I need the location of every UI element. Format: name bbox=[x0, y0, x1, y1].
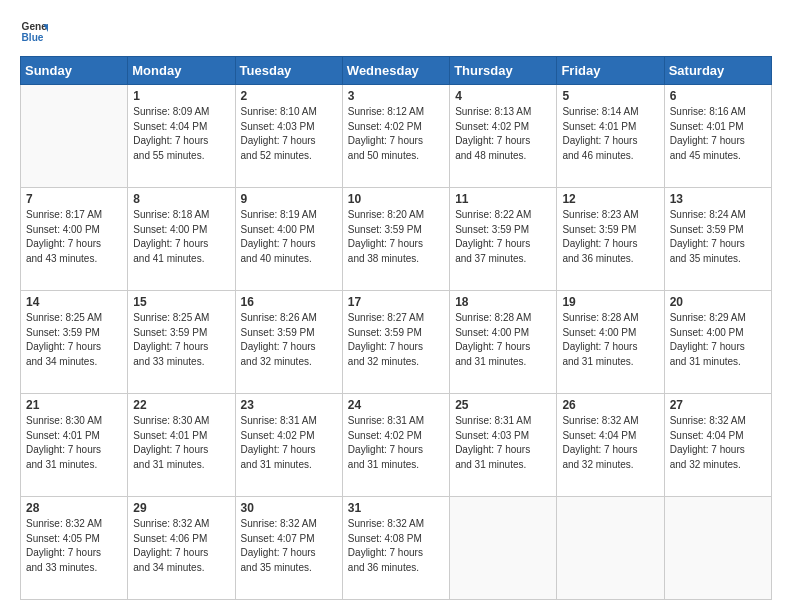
calendar-cell: 30Sunrise: 8:32 AM Sunset: 4:07 PM Dayli… bbox=[235, 497, 342, 600]
calendar-cell: 12Sunrise: 8:23 AM Sunset: 3:59 PM Dayli… bbox=[557, 188, 664, 291]
day-info: Sunrise: 8:32 AM Sunset: 4:06 PM Dayligh… bbox=[133, 517, 229, 575]
calendar-cell: 25Sunrise: 8:31 AM Sunset: 4:03 PM Dayli… bbox=[450, 394, 557, 497]
calendar-cell bbox=[557, 497, 664, 600]
calendar-cell: 4Sunrise: 8:13 AM Sunset: 4:02 PM Daylig… bbox=[450, 85, 557, 188]
calendar-cell: 20Sunrise: 8:29 AM Sunset: 4:00 PM Dayli… bbox=[664, 291, 771, 394]
day-info: Sunrise: 8:09 AM Sunset: 4:04 PM Dayligh… bbox=[133, 105, 229, 163]
day-number: 30 bbox=[241, 501, 337, 515]
calendar-cell: 11Sunrise: 8:22 AM Sunset: 3:59 PM Dayli… bbox=[450, 188, 557, 291]
day-info: Sunrise: 8:27 AM Sunset: 3:59 PM Dayligh… bbox=[348, 311, 444, 369]
day-of-week-header: Thursday bbox=[450, 57, 557, 85]
day-info: Sunrise: 8:31 AM Sunset: 4:03 PM Dayligh… bbox=[455, 414, 551, 472]
calendar-cell: 18Sunrise: 8:28 AM Sunset: 4:00 PM Dayli… bbox=[450, 291, 557, 394]
day-info: Sunrise: 8:18 AM Sunset: 4:00 PM Dayligh… bbox=[133, 208, 229, 266]
day-info: Sunrise: 8:26 AM Sunset: 3:59 PM Dayligh… bbox=[241, 311, 337, 369]
day-of-week-header: Friday bbox=[557, 57, 664, 85]
day-number: 26 bbox=[562, 398, 658, 412]
day-number: 29 bbox=[133, 501, 229, 515]
day-number: 14 bbox=[26, 295, 122, 309]
day-info: Sunrise: 8:19 AM Sunset: 4:00 PM Dayligh… bbox=[241, 208, 337, 266]
day-number: 8 bbox=[133, 192, 229, 206]
calendar-cell: 16Sunrise: 8:26 AM Sunset: 3:59 PM Dayli… bbox=[235, 291, 342, 394]
day-info: Sunrise: 8:16 AM Sunset: 4:01 PM Dayligh… bbox=[670, 105, 766, 163]
calendar-cell: 6Sunrise: 8:16 AM Sunset: 4:01 PM Daylig… bbox=[664, 85, 771, 188]
calendar-cell: 10Sunrise: 8:20 AM Sunset: 3:59 PM Dayli… bbox=[342, 188, 449, 291]
day-number: 12 bbox=[562, 192, 658, 206]
page: General Blue SundayMondayTuesdayWednesda… bbox=[0, 0, 792, 612]
day-number: 28 bbox=[26, 501, 122, 515]
day-info: Sunrise: 8:32 AM Sunset: 4:05 PM Dayligh… bbox=[26, 517, 122, 575]
day-info: Sunrise: 8:28 AM Sunset: 4:00 PM Dayligh… bbox=[455, 311, 551, 369]
day-info: Sunrise: 8:32 AM Sunset: 4:08 PM Dayligh… bbox=[348, 517, 444, 575]
day-of-week-header: Monday bbox=[128, 57, 235, 85]
day-number: 6 bbox=[670, 89, 766, 103]
header: General Blue bbox=[20, 18, 772, 46]
day-number: 7 bbox=[26, 192, 122, 206]
calendar-week-row: 28Sunrise: 8:32 AM Sunset: 4:05 PM Dayli… bbox=[21, 497, 772, 600]
logo: General Blue bbox=[20, 18, 48, 46]
day-info: Sunrise: 8:30 AM Sunset: 4:01 PM Dayligh… bbox=[133, 414, 229, 472]
day-info: Sunrise: 8:22 AM Sunset: 3:59 PM Dayligh… bbox=[455, 208, 551, 266]
calendar-cell bbox=[664, 497, 771, 600]
day-info: Sunrise: 8:25 AM Sunset: 3:59 PM Dayligh… bbox=[133, 311, 229, 369]
calendar-week-row: 21Sunrise: 8:30 AM Sunset: 4:01 PM Dayli… bbox=[21, 394, 772, 497]
day-number: 23 bbox=[241, 398, 337, 412]
day-number: 19 bbox=[562, 295, 658, 309]
day-of-week-header: Tuesday bbox=[235, 57, 342, 85]
calendar-cell: 13Sunrise: 8:24 AM Sunset: 3:59 PM Dayli… bbox=[664, 188, 771, 291]
calendar-cell: 17Sunrise: 8:27 AM Sunset: 3:59 PM Dayli… bbox=[342, 291, 449, 394]
day-number: 15 bbox=[133, 295, 229, 309]
day-number: 11 bbox=[455, 192, 551, 206]
day-number: 18 bbox=[455, 295, 551, 309]
calendar-cell: 9Sunrise: 8:19 AM Sunset: 4:00 PM Daylig… bbox=[235, 188, 342, 291]
day-of-week-header: Sunday bbox=[21, 57, 128, 85]
day-info: Sunrise: 8:12 AM Sunset: 4:02 PM Dayligh… bbox=[348, 105, 444, 163]
day-number: 13 bbox=[670, 192, 766, 206]
svg-text:Blue: Blue bbox=[22, 32, 44, 43]
day-number: 25 bbox=[455, 398, 551, 412]
day-number: 31 bbox=[348, 501, 444, 515]
calendar-cell: 21Sunrise: 8:30 AM Sunset: 4:01 PM Dayli… bbox=[21, 394, 128, 497]
calendar-cell: 22Sunrise: 8:30 AM Sunset: 4:01 PM Dayli… bbox=[128, 394, 235, 497]
day-number: 22 bbox=[133, 398, 229, 412]
day-info: Sunrise: 8:14 AM Sunset: 4:01 PM Dayligh… bbox=[562, 105, 658, 163]
day-info: Sunrise: 8:32 AM Sunset: 4:04 PM Dayligh… bbox=[670, 414, 766, 472]
calendar-header-row: SundayMondayTuesdayWednesdayThursdayFrid… bbox=[21, 57, 772, 85]
day-info: Sunrise: 8:23 AM Sunset: 3:59 PM Dayligh… bbox=[562, 208, 658, 266]
calendar-cell: 24Sunrise: 8:31 AM Sunset: 4:02 PM Dayli… bbox=[342, 394, 449, 497]
calendar-cell: 23Sunrise: 8:31 AM Sunset: 4:02 PM Dayli… bbox=[235, 394, 342, 497]
calendar-cell: 31Sunrise: 8:32 AM Sunset: 4:08 PM Dayli… bbox=[342, 497, 449, 600]
day-of-week-header: Wednesday bbox=[342, 57, 449, 85]
day-number: 1 bbox=[133, 89, 229, 103]
calendar-cell: 2Sunrise: 8:10 AM Sunset: 4:03 PM Daylig… bbox=[235, 85, 342, 188]
day-number: 24 bbox=[348, 398, 444, 412]
calendar-cell: 14Sunrise: 8:25 AM Sunset: 3:59 PM Dayli… bbox=[21, 291, 128, 394]
day-number: 17 bbox=[348, 295, 444, 309]
day-number: 20 bbox=[670, 295, 766, 309]
day-info: Sunrise: 8:10 AM Sunset: 4:03 PM Dayligh… bbox=[241, 105, 337, 163]
calendar-cell: 27Sunrise: 8:32 AM Sunset: 4:04 PM Dayli… bbox=[664, 394, 771, 497]
calendar-cell bbox=[21, 85, 128, 188]
calendar-cell: 19Sunrise: 8:28 AM Sunset: 4:00 PM Dayli… bbox=[557, 291, 664, 394]
day-number: 5 bbox=[562, 89, 658, 103]
day-info: Sunrise: 8:28 AM Sunset: 4:00 PM Dayligh… bbox=[562, 311, 658, 369]
day-info: Sunrise: 8:13 AM Sunset: 4:02 PM Dayligh… bbox=[455, 105, 551, 163]
day-number: 9 bbox=[241, 192, 337, 206]
day-number: 16 bbox=[241, 295, 337, 309]
day-info: Sunrise: 8:17 AM Sunset: 4:00 PM Dayligh… bbox=[26, 208, 122, 266]
day-info: Sunrise: 8:24 AM Sunset: 3:59 PM Dayligh… bbox=[670, 208, 766, 266]
calendar-cell bbox=[450, 497, 557, 600]
day-number: 27 bbox=[670, 398, 766, 412]
day-info: Sunrise: 8:31 AM Sunset: 4:02 PM Dayligh… bbox=[241, 414, 337, 472]
day-info: Sunrise: 8:31 AM Sunset: 4:02 PM Dayligh… bbox=[348, 414, 444, 472]
day-info: Sunrise: 8:29 AM Sunset: 4:00 PM Dayligh… bbox=[670, 311, 766, 369]
day-info: Sunrise: 8:32 AM Sunset: 4:04 PM Dayligh… bbox=[562, 414, 658, 472]
day-info: Sunrise: 8:32 AM Sunset: 4:07 PM Dayligh… bbox=[241, 517, 337, 575]
calendar-cell: 7Sunrise: 8:17 AM Sunset: 4:00 PM Daylig… bbox=[21, 188, 128, 291]
day-info: Sunrise: 8:25 AM Sunset: 3:59 PM Dayligh… bbox=[26, 311, 122, 369]
day-number: 4 bbox=[455, 89, 551, 103]
calendar-cell: 26Sunrise: 8:32 AM Sunset: 4:04 PM Dayli… bbox=[557, 394, 664, 497]
day-number: 3 bbox=[348, 89, 444, 103]
day-info: Sunrise: 8:30 AM Sunset: 4:01 PM Dayligh… bbox=[26, 414, 122, 472]
day-number: 2 bbox=[241, 89, 337, 103]
